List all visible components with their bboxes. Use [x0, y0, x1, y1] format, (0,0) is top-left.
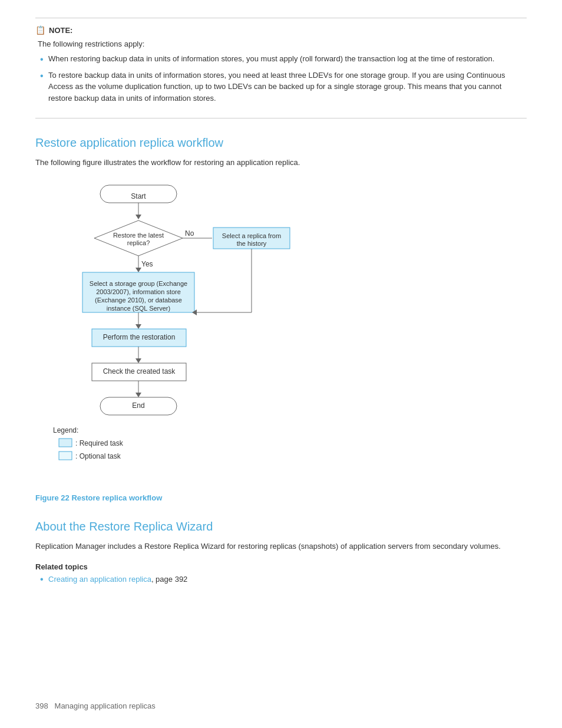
svg-text:Perform the restoration: Perform the restoration: [103, 333, 176, 341]
svg-text:replica?: replica?: [127, 239, 150, 246]
about-heading: About the Restore Replica Wizard: [35, 520, 527, 533]
svg-text:the history: the history: [237, 239, 267, 246]
related-topics-heading: Related topics: [35, 562, 527, 571]
flowchart-container: Start Restore the latest replica? No Sel…: [47, 179, 527, 487]
note-label: NOTE:: [49, 26, 72, 35]
svg-text:(Exchange 2010), or database: (Exchange 2010), or database: [95, 296, 182, 303]
svg-text:: Required task: : Required task: [75, 439, 124, 447]
svg-text:Check the created task: Check the created task: [103, 367, 176, 375]
svg-text:Select a storage group (Exchan: Select a storage group (Exchange: [90, 279, 187, 286]
note-list: When restoring backup data in units of i…: [38, 53, 527, 104]
svg-text:Select a replica from: Select a replica from: [222, 232, 281, 239]
svg-text:End: End: [132, 401, 144, 410]
restore-intro: The following figure illustrates the wor…: [35, 157, 527, 169]
flowchart-svg: Start Restore the latest replica? No Sel…: [47, 179, 295, 486]
svg-marker-28: [135, 358, 141, 363]
footer-text: Managing application replicas: [55, 701, 156, 710]
page-footer: 398 Managing application replicas: [35, 701, 156, 710]
creating-replica-link[interactable]: Creating an application replica: [48, 575, 151, 584]
svg-marker-24: [135, 324, 141, 329]
svg-text:2003/2007), information store: 2003/2007), information store: [96, 288, 181, 295]
note-item-1: When restoring backup data in units of i…: [38, 53, 527, 65]
related-item-1: Creating an application replica, page 39…: [38, 575, 527, 584]
svg-text:Restore the latest: Restore the latest: [113, 231, 164, 238]
note-header: 📋 NOTE:: [35, 25, 527, 35]
svg-marker-32: [135, 393, 141, 397]
svg-text:Start: Start: [131, 192, 146, 200]
restore-heading: Restore application replica workflow: [35, 136, 527, 150]
note-box: 📋 NOTE: The following restrictions apply…: [35, 18, 527, 118]
svg-text:instance (SQL Server): instance (SQL Server): [107, 304, 170, 311]
figure-caption: Figure 22 Restore replica workflow: [35, 493, 527, 502]
note-intro: The following restrictions apply:: [38, 39, 527, 48]
note-item-2: To restore backup data in units of infor…: [38, 70, 527, 104]
page-number: 398: [35, 701, 48, 710]
svg-text:Yes: Yes: [141, 260, 153, 268]
svg-marker-3: [135, 215, 141, 219]
related-item-suffix: , page 392: [151, 575, 187, 584]
note-icon: 📋: [35, 25, 45, 35]
svg-text:Legend:: Legend:: [53, 426, 78, 434]
svg-rect-36: [59, 439, 72, 447]
restore-section: Restore application replica workflow The…: [35, 136, 527, 502]
svg-marker-14: [135, 268, 141, 272]
about-section: About the Restore Replica Wizard Replica…: [35, 520, 527, 584]
related-topics-list: Creating an application replica, page 39…: [38, 575, 527, 584]
svg-text:: Optional task: : Optional task: [75, 452, 121, 460]
svg-text:No: No: [185, 229, 194, 238]
svg-rect-38: [59, 452, 72, 460]
about-intro: Replication Manager includes a Restore R…: [35, 541, 527, 552]
